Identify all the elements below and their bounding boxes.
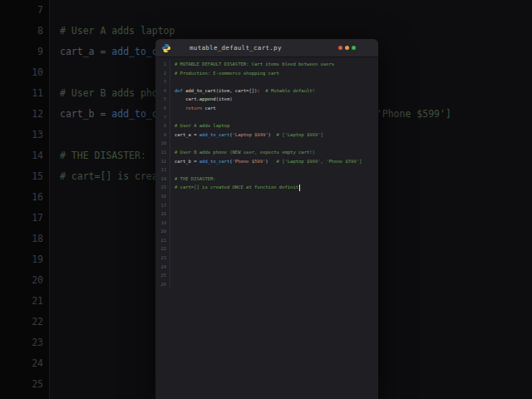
code-text: [50, 374, 60, 395]
code-text: # User A adds laptop: [170, 121, 229, 131]
code-line[interactable]: 11# User B adds phone (NEW user, expects…: [155, 148, 378, 157]
line-number: 18: [0, 229, 50, 249]
line-number: 17: [155, 201, 170, 210]
code-text: [170, 263, 175, 272]
code-text: # User B adds phone (NEW user, expects e…: [170, 148, 315, 157]
code-text: # User A adds laptop: [50, 21, 175, 42]
line-number: 13: [0, 125, 50, 145]
code-text: [170, 236, 175, 245]
line-number: 25: [155, 271, 170, 280]
code-line[interactable]: 6 return cart: [155, 104, 378, 113]
code-text: [50, 353, 60, 374]
code-text: cart_a = add_to_cart('Laptop $999') # ['…: [170, 131, 323, 140]
code-area[interactable]: 1# MUTABLE DEFAULT DISASTER: Cart items …: [155, 57, 378, 288]
line-number: 8: [155, 121, 170, 131]
line-number: 22: [0, 312, 50, 332]
line-number: 23: [0, 332, 50, 353]
code-line[interactable]: 3: [155, 77, 378, 86]
code-line[interactable]: 1# MUTABLE DEFAULT DISASTER: Cart items …: [155, 60, 378, 69]
line-number: 3: [155, 77, 170, 86]
line-number: 10: [155, 139, 170, 148]
code-text: [170, 244, 175, 254]
line-number: 7: [0, 0, 50, 21]
code-text: [50, 332, 60, 353]
code-text: [50, 0, 60, 21]
code-text: [170, 219, 175, 228]
code-text: [170, 77, 175, 86]
code-text: def add_to_cart(item, cart=[]): # Mutabl…: [170, 86, 315, 96]
code-line[interactable]: 22: [155, 244, 378, 254]
line-number: 1: [155, 60, 170, 69]
line-number: 12: [155, 157, 170, 166]
code-line[interactable]: 4def add_to_cart(item, cart=[]): # Mutab…: [155, 86, 378, 96]
code-text: [50, 187, 60, 208]
line-number: 10: [0, 62, 50, 83]
line-number: 16: [155, 192, 170, 201]
line-number: 13: [155, 165, 170, 175]
line-number: 22: [155, 244, 170, 254]
code-line[interactable]: 14# THE DISASTER:: [155, 175, 378, 184]
code-text: [50, 395, 60, 399]
code-text: # THE DISASTER:: [170, 175, 216, 184]
line-number: 7: [155, 113, 170, 122]
line-number: 21: [0, 291, 50, 312]
line-number: 24: [155, 263, 170, 272]
code-text: [50, 229, 60, 249]
line-number: 15: [155, 183, 170, 192]
window-minimize-button[interactable]: [345, 46, 349, 50]
code-text: [170, 271, 175, 280]
code-line[interactable]: 23: [155, 254, 378, 263]
code-text: [50, 249, 60, 270]
code-text: [170, 254, 175, 263]
code-line[interactable]: 7: [155, 113, 378, 122]
line-number: 24: [0, 353, 50, 374]
code-text: [50, 270, 60, 291]
line-number: 11: [0, 83, 50, 104]
code-text: # Production: E-commerce shopping cart: [170, 69, 279, 78]
line-number: 8: [0, 21, 50, 42]
code-line[interactable]: 12cart_b = add_to_cart('Phone $599') # […: [155, 157, 378, 166]
code-line[interactable]: 20: [155, 227, 378, 236]
code-line[interactable]: 8# User A adds laptop: [155, 121, 378, 131]
window-maximize-button[interactable]: [352, 46, 356, 50]
line-number: 21: [155, 236, 170, 245]
code-line[interactable]: 9cart_a = add_to_cart('Laptop $999') # […: [155, 131, 378, 140]
line-number: 15: [0, 166, 50, 187]
code-line[interactable]: 15# cart=[] is created ONCE at function …: [155, 183, 378, 192]
code-line[interactable]: 26: [155, 280, 378, 289]
code-line[interactable]: 10: [155, 139, 378, 148]
code-line[interactable]: 2# Production: E-commerce shopping cart: [155, 69, 378, 78]
code-text: # THE DISASTER:: [50, 145, 146, 166]
code-text: [170, 139, 175, 148]
code-line[interactable]: 18: [155, 209, 378, 219]
line-number: 12: [0, 104, 50, 125]
code-text: [170, 192, 175, 201]
window-controls: [338, 46, 356, 50]
line-number: 9: [0, 42, 50, 62]
code-line[interactable]: 13: [155, 165, 378, 175]
line-number: 18: [155, 209, 170, 219]
line-number: 5: [155, 95, 170, 104]
code-text: [50, 62, 60, 83]
line-number: 2: [155, 69, 170, 78]
code-line[interactable]: 25: [155, 271, 378, 280]
line-number: 23: [155, 254, 170, 263]
code-text: [50, 208, 60, 229]
line-number: 19: [155, 219, 170, 228]
code-line[interactable]: 16: [155, 192, 378, 201]
editor-window: mutable_default_cart.py 1# MUTABLE DEFAU…: [155, 39, 378, 399]
window-close-button[interactable]: [338, 46, 342, 50]
code-text: cart_b = add_to_cart('Phone $599') # ['L…: [170, 157, 362, 166]
code-line[interactable]: 17: [155, 201, 378, 210]
line-number: 16: [0, 187, 50, 208]
code-text: # cart=[] is created ONCE at function de…: [170, 183, 300, 192]
code-line[interactable]: 5 cart.append(item): [155, 95, 378, 104]
line-number: 26: [155, 280, 170, 289]
code-line[interactable]: 19: [155, 219, 378, 228]
code-line[interactable]: 21: [155, 236, 378, 245]
code-line[interactable]: 24: [155, 263, 378, 272]
text-cursor: [299, 185, 300, 191]
line-number: 4: [155, 86, 170, 96]
window-title-bar[interactable]: mutable_default_cart.py: [155, 39, 378, 57]
code-text: [170, 227, 175, 236]
